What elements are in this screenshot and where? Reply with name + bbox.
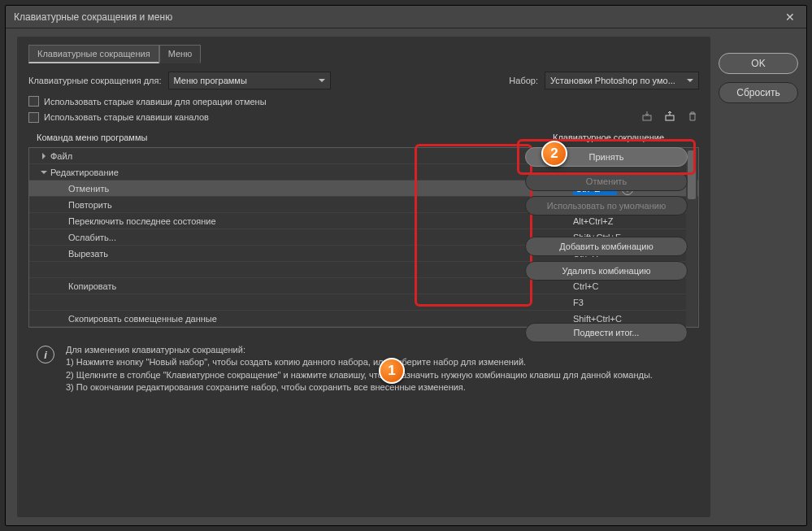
tab-shortcuts[interactable]: Клавиатурные сокращения [28,45,159,63]
dialog-window: Клавиатурные сокращения и меню ✕ Клавиат… [5,5,807,526]
checkbox-old-channel[interactable] [28,112,39,123]
main-panel: Клавиатурные сокращения Меню Клавиатурны… [17,37,710,517]
chevron-down-icon [41,168,47,177]
checkbox-old-undo[interactable] [28,96,39,107]
trash-icon[interactable] [686,110,699,123]
chevron-right-icon [41,151,47,161]
set-label: Набор: [509,76,538,85]
delete-combo-button[interactable]: Удалить комбинацию [525,261,688,281]
tab-menus[interactable]: Меню [159,45,202,63]
callout-1: 1 [379,358,405,384]
window-title: Клавиатурные сокращения и меню [14,11,782,23]
ok-button[interactable]: OK [719,53,798,74]
scrollbar[interactable] [686,149,697,326]
shortcuts-for-label: Клавиатурные сокращения для: [28,76,162,85]
set-dropdown[interactable]: Установки Photoshop по умо... [545,72,699,89]
info-line-3: 3) По окончании редактирования сохраните… [66,381,653,394]
add-combo-button[interactable]: Добавить комбинацию [525,237,688,256]
col-command: Команда меню программы [28,133,553,142]
info-line-1: 1) Нажмите кнопку "Новый набор", чтобы с… [66,356,653,368]
default-button[interactable]: Использовать по умолчанию [525,196,688,215]
svg-rect-0 [643,115,651,120]
shortcuts-for-dropdown[interactable]: Меню программы [168,72,331,89]
info-line-2: 2) Щелкните в столбце "Клавиатурное сокр… [66,369,653,381]
cancel-button[interactable]: Отменить [525,172,688,191]
side-buttons: Принять Отменить Использовать по умолчан… [525,147,688,342]
reset-button[interactable]: Сбросить [719,82,798,103]
close-icon[interactable]: ✕ [782,9,798,25]
save-set-icon[interactable] [640,110,654,123]
info-panel: i Для изменения клавиатурных сокращений:… [28,339,699,399]
columns-header: Команда меню программы Клавиатурное сокр… [28,128,699,147]
summarize-button[interactable]: Подвести итог... [525,323,688,342]
col-shortcut: Клавиатурное сокращение [553,133,699,142]
old-undo-label: Использовать старые клавиши для операции… [44,97,267,107]
content-area: Клавиатурные сокращения Меню Клавиатурны… [6,28,806,525]
new-set-icon[interactable] [663,110,676,123]
top-row: Клавиатурные сокращения для: Меню програ… [28,72,699,96]
info-heading: Для изменения клавиатурных сокращений: [66,344,653,356]
old-channel-label: Использовать старые клавиши каналов [44,112,209,122]
svg-rect-1 [666,115,674,120]
callout-2: 2 [541,141,567,167]
right-buttons: OK Сбросить [719,37,798,517]
info-large-icon: i [37,346,54,363]
titlebar: Клавиатурные сокращения и меню ✕ [6,6,806,28]
tabs: Клавиатурные сокращения Меню [28,45,699,63]
